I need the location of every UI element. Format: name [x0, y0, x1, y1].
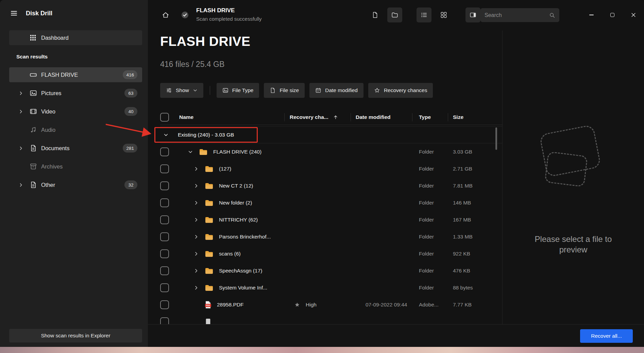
- sidebar-item-other[interactable]: Other 32: [9, 177, 142, 192]
- chevron-right-icon[interactable]: [17, 146, 24, 151]
- file-type: Folder: [419, 285, 453, 291]
- sidebar-item-pictures[interactable]: Pictures 63: [9, 86, 142, 101]
- chevron-down-icon[interactable]: [188, 148, 193, 156]
- sidebar: Disk Drill Dashboard Scan results FLASH …: [0, 0, 148, 347]
- row-checkbox[interactable]: [160, 198, 169, 207]
- other-icon: [30, 181, 37, 189]
- main-area: FLASH DRIVE Scan completed successfully: [148, 0, 644, 347]
- minimize-icon: [589, 15, 594, 15]
- row-checkbox[interactable]: [160, 147, 169, 156]
- minimize-button[interactable]: [581, 4, 602, 25]
- preview-panel: Please select a file to preview: [502, 31, 644, 324]
- scan-success-icon: [181, 11, 189, 19]
- chevron-right-icon[interactable]: [17, 91, 24, 96]
- chevron-right-icon[interactable]: [192, 268, 200, 273]
- column-header-size[interactable]: Size: [453, 114, 502, 120]
- file-type: Adobe...: [419, 302, 453, 308]
- pictures-icon: [30, 89, 37, 97]
- row-checkbox[interactable]: [160, 215, 169, 224]
- chevron-right-icon[interactable]: [192, 200, 200, 206]
- star-icon: [374, 87, 380, 93]
- row-checkbox[interactable]: [160, 181, 169, 190]
- column-header-date[interactable]: Date modified: [356, 114, 419, 120]
- select-all-checkbox[interactable]: [160, 113, 169, 122]
- chevron-right-icon[interactable]: [192, 285, 200, 290]
- row-checkbox[interactable]: [160, 283, 169, 292]
- chevron-right-icon[interactable]: [192, 217, 200, 223]
- folder-icon: [199, 148, 208, 156]
- grid-view-button[interactable]: [436, 7, 451, 22]
- column-header-name[interactable]: Name: [173, 114, 290, 120]
- filter-file-size-button[interactable]: File size: [264, 83, 305, 98]
- filter-date-modified-button[interactable]: Date modified: [309, 83, 363, 98]
- sidebar-header: Disk Drill: [10, 10, 52, 17]
- chevron-right-icon[interactable]: [192, 251, 200, 257]
- divider: [210, 86, 210, 95]
- sidebar-item-video[interactable]: Video 40: [9, 104, 142, 119]
- file-type: Folder: [419, 251, 453, 257]
- recover-all-button[interactable]: Recover all...: [580, 329, 633, 343]
- page-icon: [372, 12, 378, 18]
- home-button[interactable]: [159, 9, 172, 21]
- table-row[interactable]: [160, 313, 502, 324]
- show-filter-dropdown[interactable]: Show: [160, 83, 203, 98]
- chevron-right-icon[interactable]: [192, 183, 200, 189]
- scan-status-block: FLASH DRIVE Scan completed successfully: [196, 7, 262, 22]
- group-row-existing[interactable]: Existing (240) - 3.03 GB: [160, 126, 502, 143]
- filter-bar: Show File Type File size Date modified R…: [160, 83, 433, 98]
- table-row[interactable]: 28958.PDF High 07-09-2022 09:44 Adobe...…: [160, 296, 502, 313]
- file-size: 2.71 GB: [453, 166, 502, 172]
- filter-file-type-button[interactable]: File Type: [217, 83, 259, 98]
- close-button[interactable]: [623, 4, 644, 25]
- show-in-explorer-button[interactable]: Show scan results in Explorer: [9, 329, 142, 342]
- table-row[interactable]: FLASH DRIVE (240) Folder 3.03 GB: [160, 143, 502, 160]
- file-list-view-button[interactable]: [368, 7, 383, 22]
- close-icon: [630, 12, 637, 18]
- chevron-right-icon[interactable]: [17, 109, 24, 114]
- scrollbar-thumb[interactable]: [495, 127, 497, 150]
- row-checkbox[interactable]: [160, 300, 169, 309]
- table-header: Name Recovery cha... Date modified Type …: [160, 109, 502, 125]
- sidebar-item-label: Documents: [41, 145, 69, 152]
- row-checkbox[interactable]: [160, 249, 169, 258]
- sidebar-item-flash-drive[interactable]: FLASH DRIVE 416: [9, 67, 142, 82]
- row-checkbox[interactable]: [160, 164, 169, 173]
- sidebar-item-label: Video: [41, 108, 55, 115]
- sidebar-item-audio[interactable]: Audio: [9, 122, 142, 137]
- table-row[interactable]: SpeechAssgn (17) Folder 476 KB: [160, 262, 502, 279]
- folder-icon: [391, 12, 398, 18]
- search-input[interactable]: [485, 12, 549, 18]
- filter-recovery-chances-button[interactable]: Recovery chances: [368, 83, 433, 98]
- list-icon: [421, 12, 427, 18]
- sidebar-item-dashboard[interactable]: Dashboard: [9, 30, 142, 45]
- list-view-button[interactable]: [417, 7, 431, 22]
- sidebar-item-label: Audio: [41, 127, 55, 133]
- table-row[interactable]: Parsons Brinckerhof... Folder 1.33 MB: [160, 228, 502, 245]
- file-type-icon: [222, 87, 228, 93]
- row-checkbox[interactable]: [160, 317, 169, 324]
- preview-panel-toggle[interactable]: [465, 7, 480, 22]
- menu-button[interactable]: [10, 10, 18, 17]
- table-row[interactable]: scans (6) Folder 922 KB: [160, 245, 502, 262]
- row-checkbox[interactable]: [160, 232, 169, 241]
- row-checkbox[interactable]: [160, 266, 169, 275]
- sidebar-item-documents[interactable]: Documents 281: [9, 141, 142, 156]
- file-type: Folder: [419, 200, 453, 206]
- chevron-right-icon[interactable]: [192, 234, 200, 240]
- table-row[interactable]: (127) Folder 2.71 GB: [160, 160, 502, 177]
- search-box[interactable]: [480, 8, 559, 22]
- column-header-recovery[interactable]: Recovery cha...: [290, 114, 356, 120]
- folder-view-button[interactable]: [387, 7, 402, 22]
- chevron-down-icon[interactable]: [163, 132, 169, 138]
- sidebar-item-label: Other: [41, 182, 55, 188]
- table-row[interactable]: New CT 2 (12) Folder 7.81 MB: [160, 177, 502, 194]
- bottom-bar: Recover all...: [148, 324, 644, 347]
- maximize-button[interactable]: [602, 4, 623, 25]
- chevron-right-icon[interactable]: [17, 182, 24, 188]
- table-row[interactable]: New folder (2) Folder 146 MB: [160, 194, 502, 211]
- folder-icon: [205, 199, 214, 207]
- chevron-right-icon[interactable]: [192, 166, 200, 172]
- table-row[interactable]: NITTRICHY (62) Folder 167 MB: [160, 211, 502, 228]
- table-row[interactable]: System Volume Inf... Folder 88 bytes: [160, 279, 502, 296]
- sidebar-item-archives[interactable]: Archives: [9, 159, 142, 174]
